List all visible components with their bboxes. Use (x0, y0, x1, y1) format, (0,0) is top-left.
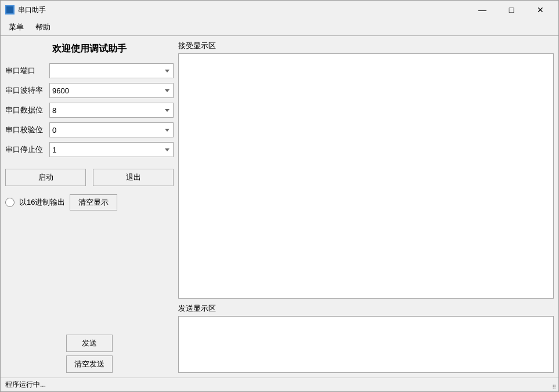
window-title: 串口助手 (18, 5, 469, 15)
svg-rect-3 (10, 10, 12, 12)
databit-row: 串口数据位 8 7 6 5 (5, 103, 174, 118)
parity-select[interactable]: 0 1 2 (49, 122, 174, 137)
baud-select[interactable]: 9600 4800 19200 38400 57600 115200 (49, 83, 174, 98)
app-icon (5, 5, 15, 14)
title-bar: 串口助手 — □ ✕ (1, 1, 558, 19)
svg-rect-1 (6, 6, 13, 13)
send-button[interactable]: 发送 (66, 335, 113, 352)
right-panel: 接受显示区 发送显示区 (178, 41, 554, 373)
port-select[interactable] (49, 63, 174, 78)
menu-bar: 菜单 帮助 (1, 19, 558, 35)
databit-select[interactable]: 8 7 6 5 (49, 103, 174, 118)
hex-label: 以16进制输出 (19, 197, 65, 208)
clear-display-button[interactable]: 清空显示 (70, 194, 117, 210)
resize-handle[interactable]: ⠿ (549, 382, 558, 391)
stopbit-select[interactable]: 1 2 (49, 142, 174, 157)
send-area: 发送 清空发送 (5, 335, 174, 373)
parity-row: 串口校验位 0 1 2 (5, 122, 174, 137)
clear-send-button[interactable]: 清空发送 (66, 355, 113, 373)
minimize-button[interactable]: — (469, 1, 496, 19)
hex-radio[interactable] (5, 198, 15, 207)
window-controls: — □ ✕ (469, 1, 554, 19)
svg-rect-0 (5, 5, 15, 14)
maximize-button[interactable]: □ (498, 1, 525, 19)
menu-item-main[interactable]: 菜单 (3, 20, 30, 35)
status-text: 程序运行中... (5, 380, 46, 390)
port-row: 串口端口 (5, 63, 174, 78)
menu-item-help[interactable]: 帮助 (30, 20, 56, 35)
parity-label: 串口校验位 (5, 125, 46, 135)
baud-label: 串口波特率 (5, 85, 46, 96)
main-window: 串口助手 — □ ✕ 菜单 帮助 欢迎使用调试助手 串口端口 串口波特率 (0, 0, 559, 392)
main-content: 欢迎使用调试助手 串口端口 串口波特率 9600 4800 19200 3840… (1, 36, 558, 378)
receive-textarea[interactable] (178, 53, 554, 299)
status-bar: 程序运行中... ⠿ (1, 378, 558, 391)
send-display-label: 发送显示区 (178, 303, 554, 314)
action-buttons: 启动 退出 (5, 169, 174, 186)
svg-rect-2 (8, 8, 10, 10)
stopbit-row: 串口停止位 1 2 (5, 142, 174, 157)
left-panel: 欢迎使用调试助手 串口端口 串口波特率 9600 4800 19200 3840… (5, 41, 174, 373)
send-textarea[interactable] (178, 316, 554, 373)
port-label: 串口端口 (5, 66, 46, 76)
databit-label: 串口数据位 (5, 105, 46, 115)
exit-button[interactable]: 退出 (93, 169, 174, 186)
welcome-text: 欢迎使用调试助手 (5, 43, 174, 55)
close-button[interactable]: ✕ (527, 1, 554, 19)
receive-label: 接受显示区 (178, 41, 554, 51)
baud-row: 串口波特率 9600 4800 19200 38400 57600 115200 (5, 83, 174, 98)
hex-row: 以16进制输出 清空显示 (5, 194, 174, 210)
stopbit-label: 串口停止位 (5, 144, 46, 155)
send-section: 发送显示区 (178, 303, 554, 373)
start-button[interactable]: 启动 (5, 169, 86, 186)
receive-section: 接受显示区 (178, 41, 554, 299)
